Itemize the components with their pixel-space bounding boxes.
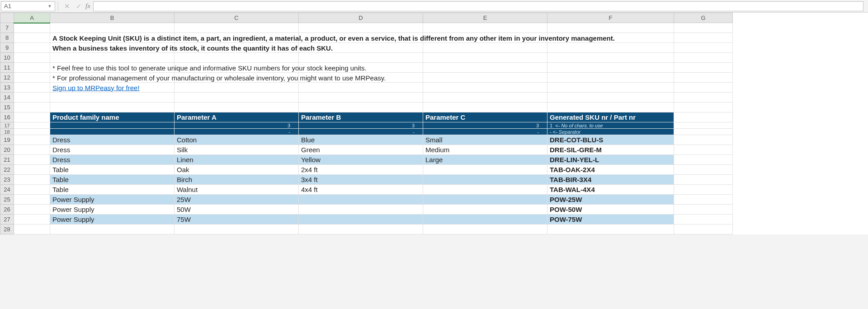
row-header[interactable]: 18	[0, 129, 14, 135]
cell[interactable]	[423, 23, 547, 33]
table-header[interactable]: Parameter A	[175, 112, 299, 122]
cell[interactable]	[50, 225, 175, 234]
cell-parameter-a[interactable]: Walnut	[175, 185, 299, 195]
cell-parameter-c[interactable]	[423, 205, 547, 215]
cell[interactable]	[547, 225, 674, 234]
row-header[interactable]: 24	[0, 185, 14, 195]
sub-value[interactable]: 3	[299, 122, 423, 129]
cell[interactable]	[14, 33, 50, 43]
cell[interactable]	[674, 195, 733, 205]
cell-product-family[interactable]: Table	[50, 165, 175, 175]
cell-parameter-c[interactable]	[423, 165, 547, 175]
cell-generated-sku[interactable]: POW-75W	[547, 215, 674, 225]
cell[interactable]	[674, 185, 733, 195]
cell-product-family[interactable]: Dress	[50, 135, 175, 145]
cell-generated-sku[interactable]: TAB-BIR-3X4	[547, 175, 674, 185]
cell[interactable]	[14, 23, 50, 33]
table-header[interactable]: Generated SKU nr / Part nr	[547, 112, 674, 122]
cell[interactable]	[14, 185, 50, 195]
cell[interactable]	[299, 53, 423, 63]
cell-generated-sku[interactable]: POW-50W	[547, 205, 674, 215]
chevron-down-icon[interactable]: ▼	[47, 4, 52, 9]
cell-parameter-c[interactable]	[423, 185, 547, 195]
cell[interactable]	[674, 112, 733, 122]
cell-product-family[interactable]: Power Supply	[50, 195, 175, 205]
cell[interactable]	[14, 215, 50, 225]
cell[interactable]	[299, 103, 423, 112]
cell-parameter-b[interactable]	[299, 215, 423, 225]
col-header-e[interactable]: E	[423, 13, 547, 23]
cell[interactable]	[14, 155, 50, 165]
col-header-d[interactable]: D	[299, 13, 423, 23]
sub-value[interactable]: 3	[423, 122, 547, 129]
cell[interactable]	[14, 195, 50, 205]
cell[interactable]	[674, 129, 733, 135]
cell[interactable]	[674, 225, 733, 234]
row-header[interactable]: 20	[0, 145, 14, 155]
row-header[interactable]: 16	[0, 112, 14, 122]
cell[interactable]	[299, 225, 423, 234]
row-header[interactable]: 27	[0, 215, 14, 225]
cell-parameter-c[interactable]	[423, 195, 547, 205]
cell-product-family[interactable]: Dress	[50, 145, 175, 155]
sep-value[interactable]: -	[299, 129, 423, 135]
cell[interactable]	[14, 43, 50, 53]
cancel-icon[interactable]: ✕	[61, 1, 73, 11]
cell-parameter-b[interactable]: Green	[299, 145, 423, 155]
row-header[interactable]: 19	[0, 135, 14, 145]
cell[interactable]	[50, 122, 175, 129]
cell[interactable]	[423, 53, 547, 63]
cell[interactable]	[423, 43, 547, 53]
cell-parameter-b[interactable]	[299, 205, 423, 215]
cell[interactable]	[423, 73, 547, 83]
cell[interactable]	[14, 165, 50, 175]
cell[interactable]	[14, 122, 50, 129]
table-header[interactable]: Parameter C	[423, 112, 547, 122]
cell-parameter-c[interactable]	[423, 175, 547, 185]
cell-parameter-c[interactable]	[423, 215, 547, 225]
cell-generated-sku[interactable]: POW-25W	[547, 195, 674, 205]
cell[interactable]	[674, 23, 733, 33]
fx-icon[interactable]: fx	[85, 2, 93, 10]
cell[interactable]	[674, 93, 733, 103]
cell[interactable]	[674, 165, 733, 175]
cell[interactable]	[674, 155, 733, 165]
cell[interactable]	[14, 73, 50, 83]
cell[interactable]	[423, 225, 547, 234]
cell-generated-sku[interactable]: TAB-OAK-2X4	[547, 165, 674, 175]
cell-product-family[interactable]: Dress	[50, 155, 175, 165]
cell[interactable]	[50, 23, 175, 33]
cell[interactable]	[14, 83, 50, 93]
cell[interactable]	[547, 83, 674, 93]
cell[interactable]	[14, 53, 50, 63]
cell[interactable]	[175, 225, 299, 234]
cell-product-family[interactable]: Power Supply	[50, 215, 175, 225]
cell[interactable]	[547, 53, 674, 63]
cell[interactable]	[674, 215, 733, 225]
cell[interactable]	[423, 83, 547, 93]
row-header[interactable]: 8	[0, 33, 14, 43]
cell-parameter-a[interactable]: 25W	[175, 195, 299, 205]
cell[interactable]	[299, 83, 423, 93]
row-header[interactable]: 26	[0, 205, 14, 215]
cell[interactable]	[674, 175, 733, 185]
cell-parameter-b[interactable]: 2x4 ft	[299, 165, 423, 175]
cell-parameter-b[interactable]: Blue	[299, 135, 423, 145]
cell[interactable]	[674, 53, 733, 63]
spreadsheet-grid[interactable]: A B C D E F G 7 8 A Stock Keeping Unit (…	[0, 13, 868, 234]
cell[interactable]: When a business takes inventory of its s…	[50, 43, 175, 53]
row-header[interactable]: 13	[0, 83, 14, 93]
col-header-g[interactable]: G	[674, 13, 733, 23]
cell-parameter-b[interactable]: Yellow	[299, 155, 423, 165]
table-header[interactable]: Parameter B	[299, 112, 423, 122]
cell[interactable]: A Stock Keeping Unit (SKU) is a distinct…	[50, 33, 175, 43]
sub-value[interactable]: 3	[175, 122, 299, 129]
cell-parameter-b[interactable]	[299, 195, 423, 205]
cell[interactable]	[175, 103, 299, 112]
cell[interactable]	[14, 205, 50, 215]
col-header-a[interactable]: A	[14, 13, 50, 23]
cell[interactable]	[50, 53, 175, 63]
cell[interactable]	[14, 225, 50, 234]
cell[interactable]	[14, 175, 50, 185]
sep-note[interactable]: - <- Separator	[547, 129, 674, 135]
